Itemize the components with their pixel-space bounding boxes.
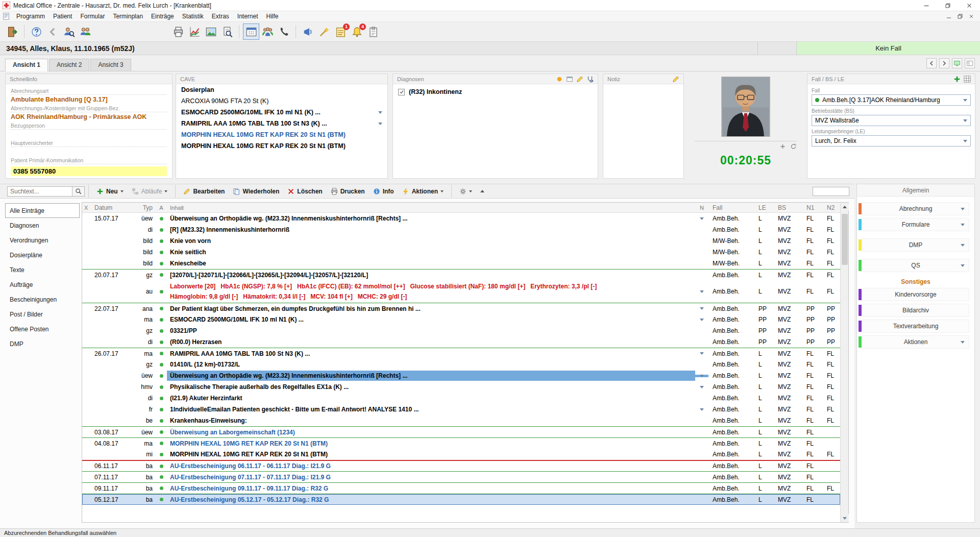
bs-select[interactable]: MVZ Wallstraße: [812, 115, 971, 126]
tab-ansicht-1[interactable]: Ansicht 1: [5, 59, 48, 71]
cave-item[interactable]: MORPHIN HEXAL 10MG RET KAP REK 20 St N1 …: [176, 129, 387, 140]
help-icon[interactable]: [28, 23, 44, 40]
panel-item-kindervorsorge[interactable]: Kindervorsorge: [862, 288, 969, 301]
cell-expand[interactable]: [695, 386, 708, 388]
menu-item-statistik[interactable]: Statistik: [178, 11, 208, 21]
document-icon[interactable]: [3, 13, 10, 20]
close-button[interactable]: [959, 0, 980, 11]
column-header-x[interactable]: X: [82, 205, 91, 211]
chevron-left-icon[interactable]: [926, 58, 937, 68]
table-row[interactable]: 03.08.17üewÜberweisung an Laborgemeinsch…: [82, 426, 840, 437]
add-photo-icon[interactable]: [779, 143, 786, 150]
cell-expand[interactable]: [695, 352, 708, 355]
aktionen-button[interactable]: Aktionen: [398, 185, 448, 198]
wiederholen-button[interactable]: Wiederholen: [229, 185, 283, 198]
column-header-n2[interactable]: N2: [822, 204, 840, 211]
grid-icon[interactable]: [964, 76, 971, 83]
chart-icon[interactable]: [186, 23, 203, 40]
cave-item[interactable]: ARCOXIA 90MG FTA 20 St (K): [176, 95, 387, 107]
document-search-icon[interactable]: [219, 23, 235, 40]
tasks-icon[interactable]: 1: [332, 23, 349, 40]
table-row[interactable]: 06.11.17baAU-Erstbescheinigung 06.11.17 …: [82, 460, 840, 471]
alerts-icon[interactable]: 4: [349, 23, 365, 40]
menu-item-terminplan[interactable]: Terminplan: [109, 11, 147, 21]
panel-item-dmp[interactable]: DMP: [862, 238, 969, 252]
mdi-restore-button[interactable]: [954, 12, 966, 20]
bearbeiten-button[interactable]: Bearbeiten: [179, 185, 229, 198]
calendar-icon[interactable]: [243, 23, 259, 40]
cell-expand[interactable]: [695, 217, 708, 220]
table-row[interactable]: di[R] (M23.32) Innenmeniskushinterhornri…: [82, 224, 840, 235]
info-button[interactable]: Info: [369, 185, 398, 198]
cell-expand[interactable]: [695, 290, 708, 293]
table-row[interactable]: auLaborwerte [20] HbA1c (NGSP): 7,8 % [+…: [82, 280, 840, 303]
menu-item-internet[interactable]: Internet: [233, 11, 262, 21]
scroll-down-icon[interactable]: [841, 514, 849, 522]
edit-icon[interactable]: [576, 76, 583, 83]
table-row[interactable]: 04.08.17maMORPHIN HEXAL 10MG RET KAP REK…: [82, 437, 840, 449]
chevron-down-icon[interactable]: [378, 111, 382, 114]
chevron-down-icon[interactable]: [700, 307, 704, 310]
patient-search-icon[interactable]: [61, 23, 77, 40]
search-input[interactable]: [7, 186, 72, 197]
phone-icon[interactable]: [276, 23, 292, 40]
table-row[interactable]: bildKnie seitlichM/W-Beh.LMVZFLFL: [82, 247, 840, 258]
chevron-down-icon[interactable]: [961, 244, 965, 247]
category-alle-einträge[interactable]: Alle Einträge: [5, 203, 80, 218]
table-row[interactable]: 15.07.17üewÜberweisung an Orthopädie wg.…: [82, 213, 840, 224]
panel-item-textverarbeitung[interactable]: Textverarbeitung: [862, 320, 969, 333]
category-diagnosen[interactable]: Diagnosen: [5, 218, 80, 233]
chevron-down-icon[interactable]: [961, 341, 965, 344]
panel-item-aktionen[interactable]: Aktionen: [862, 335, 969, 349]
patient-info[interactable]: 34945, Alles, Klaus, 11.10.1965 (m52J): [0, 42, 757, 55]
column-header-typ[interactable]: Typ: [136, 204, 156, 211]
menu-item-hilfe[interactable]: Hilfe: [262, 11, 283, 21]
table-row[interactable]: 26.07.17maRAMIPRIL AAA 10MG TABL TAB 100…: [82, 348, 840, 359]
table-row[interactable]: 09.11.17baAU-Erstbescheinigung 09.11.17 …: [82, 482, 840, 494]
cave-item[interactable]: Dosierplan: [176, 84, 387, 95]
table-row[interactable]: bildKnie von vornM/W-Beh.LMVZFLFL: [82, 235, 840, 247]
layout-icon[interactable]: [965, 58, 975, 68]
chevron-down-icon[interactable]: [961, 224, 965, 226]
contacts-icon[interactable]: [259, 23, 276, 40]
chevron-down-icon[interactable]: [700, 319, 704, 321]
cell-expand[interactable]: [695, 408, 708, 411]
table-row[interactable]: maESMOCARD 2500MG/10ML IFK 10 ml N1 (K) …: [82, 314, 840, 325]
patient-list-icon[interactable]: [77, 23, 93, 40]
cell-expand[interactable]: [695, 375, 708, 377]
mdi-minimize-button[interactable]: [943, 12, 954, 20]
table-row[interactable]: fr1IndividuelleEmailan Patienten geschic…: [82, 404, 840, 415]
column-header-fall[interactable]: Fall: [708, 204, 753, 211]
tab-ansicht-3[interactable]: Ansicht 3: [90, 59, 131, 71]
chevron-down-icon[interactable]: [378, 123, 382, 125]
chevron-down-icon[interactable]: [700, 352, 704, 355]
cave-item[interactable]: MORPHIN HEXAL 10MG RET KAP REK 20 St N1 …: [176, 140, 387, 152]
scroll-up-icon[interactable]: [841, 203, 849, 211]
add-case-icon[interactable]: [953, 76, 961, 83]
column-header-datum[interactable]: Datum: [91, 204, 136, 211]
image-icon[interactable]: [203, 23, 219, 40]
column-header-n1[interactable]: N1: [801, 204, 822, 211]
loeschen-button[interactable]: Löschen: [283, 185, 326, 198]
chevron-down-icon[interactable]: [700, 375, 704, 377]
category-post-bilder[interactable]: Post / Bilder: [5, 307, 80, 322]
chevron-down-icon[interactable]: [700, 386, 704, 388]
clipboard-icon[interactable]: [365, 23, 381, 40]
category-aufträge[interactable]: Aufträge: [5, 277, 80, 292]
chevron-right-icon[interactable]: [939, 58, 949, 68]
table-row[interactable]: di(R00.0) HerzrasenAmb.Beh.PPMVZPPPP: [82, 336, 840, 348]
menu-item-programm[interactable]: Programm: [12, 11, 49, 21]
category-texte[interactable]: Texte: [5, 262, 80, 277]
ablaeufe-button[interactable]: Abläufe: [128, 185, 172, 198]
table-row[interactable]: beKrankenhaus-Einweisung:Amb.Beh.LMVZFLF…: [82, 415, 840, 426]
chevron-down-icon[interactable]: [961, 264, 965, 267]
category-bescheinigungen[interactable]: Bescheinigungen: [5, 292, 80, 307]
table-row[interactable]: di(I21.9) Akuter HerzinfarktAmb.Beh.LMVZ…: [82, 393, 840, 404]
menu-item-formular[interactable]: Formular: [76, 11, 109, 21]
fall-select[interactable]: Amb.Beh.[Q 3.17]AOK Rheinland/Hamburg: [812, 94, 971, 106]
stethoscope-icon[interactable]: [586, 76, 594, 83]
table-row[interactable]: üewÜberweisung an Orthopädie wg. (M23.32…: [82, 370, 840, 381]
column-header-n[interactable]: N: [695, 205, 708, 211]
mdi-close-button[interactable]: [966, 12, 977, 20]
table-row[interactable]: 05.12.17baAU-Erstbescheinigung 05.12.17 …: [82, 494, 840, 505]
